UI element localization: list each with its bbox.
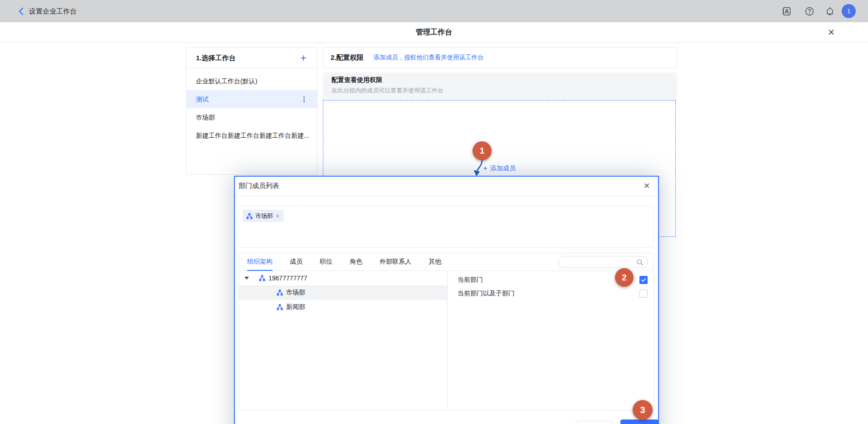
back-button[interactable] bbox=[15, 6, 26, 17]
check-icon bbox=[641, 277, 646, 283]
tree-row-label: 新闻部 bbox=[286, 303, 305, 311]
dialog-title: 部门成员列表 bbox=[239, 182, 279, 190]
tab-positions[interactable]: 职位 bbox=[320, 253, 332, 271]
picker-panel: 组织架构 成员 职位 角色 外部联系人 其他 bbox=[239, 253, 654, 410]
header-divider bbox=[0, 42, 868, 43]
org-tree: 19677777777 市场部 bbox=[239, 271, 448, 410]
tree-row-label: 市场部 bbox=[286, 289, 305, 297]
department-member-dialog: 部门成员列表 ✕ 市场部 ✕ 组织架构 成员 bbox=[234, 176, 659, 424]
tree-row-company[interactable]: 19677777777 bbox=[239, 271, 447, 285]
plus-icon: + bbox=[300, 52, 306, 64]
picker-tabs: 组织架构 成员 职位 角色 外部联系人 其他 bbox=[239, 253, 653, 271]
workspace-item-label: 测试 bbox=[196, 90, 209, 108]
add-workspace-button[interactable]: + bbox=[297, 52, 310, 64]
expand-caret-icon[interactable] bbox=[244, 277, 249, 279]
item-more-button[interactable] bbox=[302, 95, 306, 103]
workspace-panel: 1.选择工作台 + 企业默认工作台(默认) 测试 市场部 新建工作台新建工作台新… bbox=[186, 47, 317, 175]
workspace-list: 企业默认工作台(默认) 测试 市场部 新建工作台新建工作台新建工作台新建... bbox=[186, 68, 317, 145]
tab-roles[interactable]: 角色 bbox=[350, 253, 362, 271]
cancel-button[interactable] bbox=[576, 421, 613, 424]
workspace-item-default[interactable]: 企业默认工作台(默认) bbox=[186, 72, 317, 90]
search-icon bbox=[636, 259, 644, 266]
topbar-title: 设置企业工作台 bbox=[29, 0, 77, 22]
selected-chips-area: 市场部 ✕ bbox=[239, 206, 654, 248]
permission-section-title: 配置查看使用权限 bbox=[332, 76, 382, 84]
confirm-button[interactable] bbox=[620, 419, 658, 424]
bell-icon bbox=[825, 6, 835, 16]
workspace-item-label: 新建工作台新建工作台新建工作台新建... bbox=[196, 126, 309, 145]
contacts-button[interactable] bbox=[780, 5, 792, 17]
page-close-button[interactable]: ✕ bbox=[825, 26, 838, 39]
tab-other[interactable]: 其他 bbox=[429, 253, 441, 271]
close-icon: ✕ bbox=[644, 181, 650, 191]
dialog-divider bbox=[235, 196, 658, 196]
tab-org-structure[interactable]: 组织架构 bbox=[247, 253, 273, 271]
permission-step-title: 2.配置权限 bbox=[331, 53, 364, 62]
scope-option-with-sub: 当前部门以及子部门 bbox=[448, 287, 653, 300]
contacts-icon bbox=[781, 6, 791, 16]
chip-remove-icon[interactable]: ✕ bbox=[275, 213, 280, 219]
workspace-item-market[interactable]: 市场部 bbox=[186, 108, 317, 126]
permission-header: 2.配置权限 添加成员，授权他们查看并使用该工作台 bbox=[323, 47, 677, 68]
annotation-step-3: 3 bbox=[633, 400, 653, 420]
tab-members[interactable]: 成员 bbox=[290, 253, 302, 271]
org-icon bbox=[277, 304, 283, 310]
kebab-dot bbox=[303, 99, 305, 100]
annotation-arrow-icon bbox=[472, 159, 490, 178]
tree-row-label: 19677777777 bbox=[268, 275, 307, 282]
tree-row-news-dept[interactable]: 新闻部 bbox=[239, 300, 447, 314]
checkbox-current-dept[interactable] bbox=[639, 276, 648, 284]
workspace-item-label: 市场部 bbox=[196, 108, 215, 126]
scope-option-label: 当前部门 bbox=[458, 276, 483, 284]
help-button[interactable] bbox=[804, 5, 815, 17]
dialog-close-button[interactable]: ✕ bbox=[641, 180, 653, 192]
notifications-button[interactable] bbox=[824, 5, 835, 17]
avatar[interactable]: 1 bbox=[842, 4, 856, 18]
tab-external-contacts[interactable]: 外部联系人 bbox=[380, 253, 411, 271]
help-icon bbox=[805, 6, 814, 16]
org-icon bbox=[246, 213, 253, 219]
chip-label: 市场部 bbox=[255, 212, 273, 220]
checkbox-with-sub-depts[interactable] bbox=[639, 289, 648, 298]
page-title: 管理工作台 bbox=[416, 28, 452, 37]
kebab-dot bbox=[303, 101, 305, 102]
scope-options: 当前部门 当前部门以及子部门 bbox=[448, 271, 653, 410]
permission-section-hint: 在此分组内的成员可以查看并使用该工作台 bbox=[332, 87, 444, 95]
workspace-item-test[interactable]: 测试 bbox=[186, 90, 317, 108]
close-icon: ✕ bbox=[828, 27, 835, 38]
scope-option-label: 当前部门以及子部门 bbox=[458, 289, 515, 298]
workspace-panel-title: 1.选择工作台 bbox=[196, 48, 236, 68]
search-input[interactable] bbox=[564, 257, 634, 267]
permission-step-hint: 添加成员，授权他们查看并使用该工作台 bbox=[374, 53, 484, 62]
back-chevron-icon bbox=[19, 7, 24, 15]
tree-row-market-dept[interactable]: 市场部 bbox=[239, 285, 447, 300]
org-icon bbox=[259, 275, 265, 281]
annotation-step-1: 1 bbox=[473, 141, 492, 160]
permission-section: 配置查看使用权限 在此分组内的成员可以查看并使用该工作台 bbox=[323, 72, 677, 100]
workspace-item-long-name[interactable]: 新建工作台新建工作台新建工作台新建... bbox=[186, 126, 317, 145]
app-window: 设置企业工作台 bbox=[0, 0, 868, 424]
selected-chip: 市场部 ✕ bbox=[243, 210, 283, 222]
annotation-step-2: 2 bbox=[615, 268, 634, 287]
org-icon bbox=[277, 289, 283, 296]
workspace-panel-header: 1.选择工作台 + bbox=[186, 48, 317, 68]
app-topbar: 设置企业工作台 bbox=[0, 0, 868, 22]
workspace-item-label: 企业默认工作台(默认) bbox=[196, 72, 257, 90]
kebab-dot bbox=[303, 96, 305, 98]
add-member-label: 添加成员 bbox=[490, 164, 516, 173]
search-box bbox=[558, 256, 648, 268]
